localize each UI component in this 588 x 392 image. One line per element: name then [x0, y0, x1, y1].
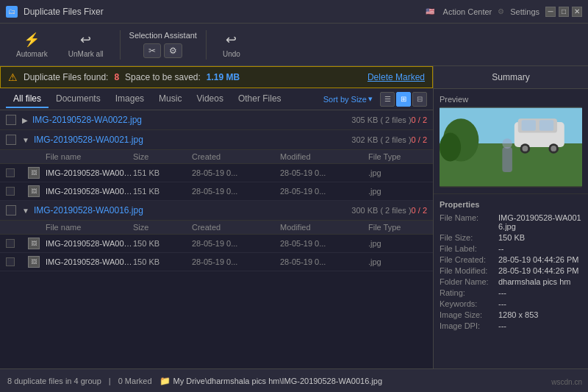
property-key: Rating: [440, 288, 498, 297]
property-row: File Name:IMG-20190528-WA0016.jpg [440, 213, 582, 231]
large-view-icon[interactable]: ⊟ [412, 92, 427, 107]
created-2-2: 28-05-19 0... [192, 187, 280, 196]
property-row: Image DPI:--- [440, 321, 582, 330]
file-list: ▶ IMG-20190528-WA0022.jpg 305 KB ( 2 fil… [0, 110, 433, 368]
group-checkbox-3[interactable] [6, 205, 16, 215]
property-value: 28-05-19 04:44:26 PM [498, 255, 582, 264]
table-row[interactable]: 🖼 IMG-20190528-WA0034.jpg 150 KB 28-05-1… [0, 253, 433, 271]
preview-section: Preview [434, 89, 588, 194]
toolbar-sep-2 [206, 30, 207, 60]
size-3-2: 150 KB [133, 257, 192, 266]
property-row: Rating:--- [440, 288, 582, 297]
tab-music[interactable]: Music [151, 90, 189, 108]
file-icon-2-2: 🖼 [28, 185, 40, 197]
property-value: --- [498, 288, 582, 297]
status-path-text: My Drive\dharmshala pics hm\IMG-20190528… [173, 377, 383, 385]
close-btn[interactable]: ✕ [572, 7, 582, 17]
property-key: File Label: [440, 244, 498, 253]
group-row-3[interactable]: ▼ IMG-20190528-WA0016.jpg 300 KB ( 2 fil… [0, 201, 433, 221]
selection-icon-group: ✂ ⚙ [143, 43, 182, 58]
group-count-2: 0 / 2 [412, 135, 427, 144]
property-row: Image Size:1280 x 853 [440, 310, 582, 319]
col-type-2: File Type [368, 152, 427, 161]
property-value: --- [498, 299, 582, 308]
unmark-icon: ↩ [80, 32, 91, 48]
group-row-2[interactable]: ▼ IMG-20190528-WA0021.jpg 302 KB ( 2 fil… [0, 130, 433, 150]
row-checkbox-2-1[interactable] [6, 168, 15, 177]
property-value: 150 KB [498, 233, 582, 242]
grid-view-icon[interactable]: ⊞ [396, 92, 411, 107]
tab-all-files[interactable]: All files [6, 90, 49, 108]
created-3-1: 28-05-19 0... [192, 239, 280, 248]
group-checkbox-1[interactable] [6, 115, 16, 125]
selection-assistant-label: Selection Assistant [129, 31, 197, 40]
col-created-2: Created [192, 152, 280, 161]
undo-label: Undo [223, 50, 240, 58]
properties-label: Properties [440, 200, 582, 209]
table-row[interactable]: 🖼 IMG-20190528-WA0016.jpg 150 KB 28-05-1… [0, 235, 433, 253]
settings-btn[interactable]: Settings [507, 6, 542, 18]
filename-2-2: IMG-20190528-WA0035.jpg [46, 187, 133, 196]
col-modified-2: Modified [280, 152, 368, 161]
action-center-btn[interactable]: Action Center [440, 6, 495, 18]
property-value: IMG-20190528-WA0016.jpg [498, 213, 582, 231]
size-3-1: 150 KB [133, 239, 192, 248]
right-panel: Summary Preview [434, 66, 588, 368]
sort-chevron-icon: ▾ [368, 94, 373, 104]
tab-documents[interactable]: Documents [49, 90, 108, 108]
type-2-2: .jpg [368, 187, 427, 196]
space-prefix: Space to be saved: [125, 72, 201, 82]
info-prefix: Duplicate Files found: [24, 72, 108, 82]
list-view-icon[interactable]: ☰ [380, 92, 395, 107]
group-size-1: 305 KB ( 2 files ) [351, 115, 411, 124]
main-area: ⚠ Duplicate Files found: 8 Space to be s… [0, 66, 588, 368]
property-row: File Size:150 KB [440, 233, 582, 242]
tab-videos[interactable]: Videos [189, 90, 230, 108]
filename-3-1: IMG-20190528-WA0016.jpg [46, 239, 133, 248]
status-count: 8 duplicate files in 4 group [7, 377, 101, 385]
property-row: File Modified:28-05-19 04:44:26 PM [440, 266, 582, 275]
sort-button[interactable]: Sort by Size ▾ [320, 93, 376, 105]
sub-header-2: File name Size Created Modified File Typ… [0, 150, 433, 164]
group-row-1[interactable]: ▶ IMG-20190528-WA0022.jpg 305 KB ( 2 fil… [0, 110, 433, 130]
title-bar-controls: 🇺🇸 Action Center ⚙ Settings ─ □ ✕ [426, 6, 582, 18]
space-value: 1.19 MB [207, 72, 240, 82]
row-checkbox-3-2[interactable] [6, 257, 15, 266]
property-value: 28-05-19 04:44:26 PM [498, 266, 582, 275]
automark-icon: ⚡ [24, 32, 40, 48]
table-row[interactable]: 🖼 IMG-20190528-WA0035.jpg 151 KB 28-05-1… [0, 182, 433, 201]
table-row[interactable]: 🖼 IMG-20190528-WA0021.jpg 151 KB 28-05-1… [0, 164, 433, 182]
property-key: Image DPI: [440, 321, 498, 330]
property-key: Keywords: [440, 299, 498, 308]
property-row: File Created:28-05-19 04:44:26 PM [440, 255, 582, 264]
filename-3-2: IMG-20190528-WA0034.jpg [46, 257, 133, 266]
created-2-1: 28-05-19 0... [192, 168, 280, 177]
tab-images[interactable]: Images [108, 90, 151, 108]
left-panel: ⚠ Duplicate Files found: 8 Space to be s… [0, 66, 434, 368]
minimize-btn[interactable]: ─ [545, 7, 556, 17]
modified-3-1: 28-05-19 0... [280, 239, 368, 248]
automark-button[interactable]: ⚡ Automark [9, 29, 55, 61]
sub-table-3: File name Size Created Modified File Typ… [0, 221, 433, 271]
size-2-1: 151 KB [133, 168, 192, 177]
row-checkbox-3-1[interactable] [6, 239, 15, 248]
selection-icon-2[interactable]: ⚙ [164, 43, 182, 58]
maximize-btn[interactable]: □ [559, 7, 569, 17]
selection-icon-1[interactable]: ✂ [143, 43, 161, 58]
app-title: Duplicate Files Fixer [24, 7, 420, 17]
property-value: dharmshala pics hm [498, 277, 582, 286]
file-icon-3-2: 🖼 [28, 256, 40, 268]
tab-other-files[interactable]: Other Files [231, 90, 289, 108]
property-row: File Label:-- [440, 244, 582, 253]
undo-button[interactable]: ↩ Undo [215, 29, 248, 61]
unmark-label: UnMark all [68, 50, 104, 58]
group-checkbox-2[interactable] [6, 135, 16, 145]
group-name-1: IMG-20190528-WA0022.jpg [32, 115, 348, 125]
file-icon-3-1: 🖼 [28, 238, 40, 249]
property-key: File Created: [440, 255, 498, 264]
properties-section: Properties File Name:IMG-20190528-WA0016… [434, 194, 588, 368]
delete-marked-link[interactable]: Delete Marked [368, 72, 425, 82]
row-checkbox-2-2[interactable] [6, 187, 15, 196]
title-bar: 🗂 Duplicate Files Fixer 🇺🇸 Action Center… [0, 0, 588, 24]
unmark-all-button[interactable]: ↩ UnMark all [61, 29, 111, 61]
